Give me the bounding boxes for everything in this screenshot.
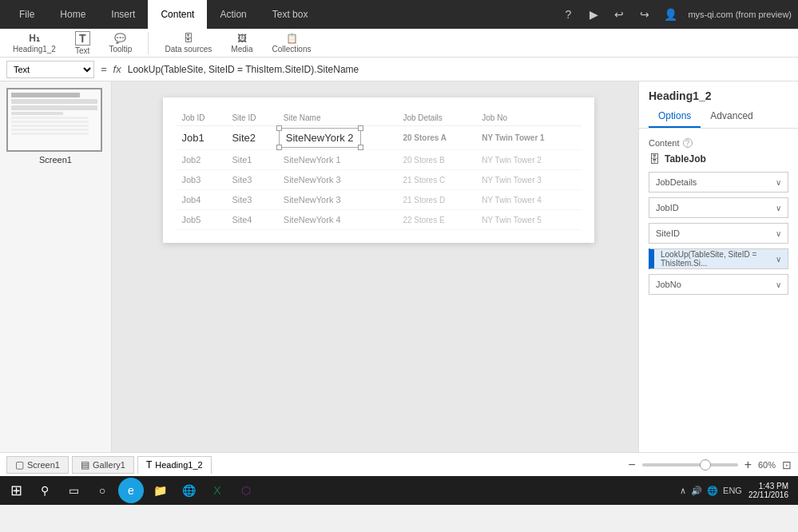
zoom-minus-button[interactable]: − xyxy=(628,459,635,471)
panel-tab-options[interactable]: Options xyxy=(649,105,701,128)
undo-icon[interactable]: ↩ xyxy=(611,6,627,22)
panel-dropdown-siteid[interactable]: SiteID ∨ xyxy=(649,223,788,244)
tab-file[interactable]: File xyxy=(6,0,47,29)
panel-tab-advanced[interactable]: Advanced xyxy=(701,105,762,128)
canvas-area: Screen1 Job ID Site ID Site Name Job Det… xyxy=(0,81,638,452)
formula-type-select[interactable]: Text xyxy=(6,61,94,78)
taskbar-sys-icons: ∧ 🔊 🌐 ENG xyxy=(680,486,742,496)
ribbon-collections[interactable]: 📋 Collections xyxy=(266,31,318,55)
tab-content[interactable]: Content xyxy=(148,0,207,29)
start-button[interactable]: ⊞ xyxy=(3,478,29,503)
cell-jobno: NY Twin Tower 3 xyxy=(475,170,581,190)
cell-jobdetails: 20 Stores B xyxy=(396,150,475,170)
fx-symbol: fx xyxy=(113,63,121,75)
taskbar-powerapps-icon[interactable]: ⬡ xyxy=(233,478,259,503)
tab-insert[interactable]: Insert xyxy=(98,0,148,29)
table-row[interactable]: Job1 Site2 SiteNewYork 2 xyxy=(176,126,582,150)
taskbar-excel-icon[interactable]: X xyxy=(204,478,230,503)
content-label: Content xyxy=(649,138,680,148)
panel-title: Heading1_2 xyxy=(639,81,798,105)
table-row[interactable]: Job4 Site3 SiteNewYork 3 21 Stores D NY … xyxy=(176,190,582,210)
taskbar-chrome-icon[interactable]: 🌐 xyxy=(176,478,201,503)
table-row[interactable]: Job2 Site1 SiteNewYork 1 20 Stores B NY … xyxy=(176,150,582,170)
volume-icon[interactable]: 🔊 xyxy=(691,486,702,496)
cell-jobid: Job5 xyxy=(176,210,226,230)
cell-jobno: NY Twin Tower 2 xyxy=(475,150,581,170)
panel-dropdown-jobdetails[interactable]: JobDetails ∨ xyxy=(649,172,788,193)
taskbar: ⊞ ⚲ ▭ ○ e 📁 🌐 X ⬡ ∧ 🔊 🌐 ENG 1:43 PM 22/1… xyxy=(0,476,798,505)
taskbar-task-icon[interactable]: ▭ xyxy=(61,478,86,503)
cell-siteid: Site3 xyxy=(225,170,276,190)
cell-sitename: SiteNewYork 1 xyxy=(277,150,397,170)
title-bar: File Home Insert Content Action Text box… xyxy=(0,0,798,29)
heading-tab-icon: T xyxy=(146,459,152,470)
screen-thumbnail[interactable] xyxy=(6,88,102,152)
language-indicator: ENG xyxy=(723,486,742,495)
user-icon[interactable]: 👤 xyxy=(662,6,678,22)
zoom-percent: 60% xyxy=(758,460,776,470)
taskbar-clock[interactable]: 1:43 PM 22/11/2016 xyxy=(748,482,788,499)
play-icon[interactable]: ▶ xyxy=(586,6,601,22)
cell-sitename: SiteNewYork 3 xyxy=(277,190,397,210)
table-row[interactable]: Job3 Site3 SiteNewYork 3 21 Stores C NY … xyxy=(176,170,582,190)
cell-jobno: NY Twin Tower 1 xyxy=(475,126,581,150)
bottom-tabs-bar: ▢ Screen1 ▤ Gallery1 T Heading1_2 − + 60… xyxy=(0,452,798,476)
panel-dropdown-jobno[interactable]: JobNo ∨ xyxy=(649,274,788,295)
ribbon-datasources[interactable]: 🗄 Data sources xyxy=(158,31,218,55)
cell-siteid: Site4 xyxy=(225,210,276,230)
col-header-jobid: Job ID xyxy=(176,110,226,126)
expand-icon[interactable]: ⊡ xyxy=(782,459,792,471)
main-area: Screen1 Job ID Site ID Site Name Job Det… xyxy=(0,81,798,452)
table-canvas: Job ID Site ID Site Name Job Details Job… xyxy=(147,81,610,452)
taskbar-file-icon[interactable]: 📁 xyxy=(147,478,173,503)
taskbar-search-icon[interactable]: ⚲ xyxy=(32,478,58,503)
ribbon-media[interactable]: 🖼 Media xyxy=(224,31,259,55)
panel-table-name: TableJob xyxy=(665,153,706,165)
panel-dropdown-lookup[interactable]: LookUp(TableSite, SiteID = ThisItem.Si..… xyxy=(649,248,788,269)
col-header-sitename: Site Name xyxy=(277,110,397,126)
tab-home[interactable]: Home xyxy=(47,0,98,29)
zoom-slider[interactable] xyxy=(642,463,738,466)
data-table-container: Job ID Site ID Site Name Job Details Job… xyxy=(163,97,594,243)
equals-symbol: = xyxy=(101,63,107,75)
ribbon: H₁ Heading1_2 T Text 💬 Tooltip 🗄 Data so… xyxy=(0,29,798,58)
formula-bar: Text = fx xyxy=(0,58,798,81)
chevron-icon: ∨ xyxy=(776,255,781,264)
bottom-tab-heading12[interactable]: T Heading1_2 xyxy=(137,456,212,474)
formula-input[interactable] xyxy=(128,64,792,75)
taskbar-edge-icon[interactable]: e xyxy=(118,478,144,503)
ribbon-heading[interactable]: H₁ Heading1_2 xyxy=(6,31,62,55)
clock-time: 1:43 PM xyxy=(759,482,788,490)
clock-date: 22/11/2016 xyxy=(748,490,788,499)
bottom-tab-gallery1[interactable]: ▤ Gallery1 xyxy=(72,456,134,474)
screen-tab-icon: ▢ xyxy=(15,459,24,470)
screen-panel: Screen1 xyxy=(0,81,112,452)
taskbar-cortana-icon[interactable]: ○ xyxy=(89,478,115,503)
panel-tabs: Options Advanced xyxy=(639,105,798,129)
cell-siteid: Site3 xyxy=(225,190,276,210)
cell-jobid: Job2 xyxy=(176,150,226,170)
tab-action[interactable]: Action xyxy=(207,0,259,29)
redo-icon[interactable]: ↪ xyxy=(637,6,653,22)
taskbar-right: ∧ 🔊 🌐 ENG 1:43 PM 22/11/2016 xyxy=(680,482,795,499)
chevron-icon: ∨ xyxy=(776,280,781,289)
col-header-jobno: Job No xyxy=(475,110,581,126)
content-help-icon: ? xyxy=(683,138,693,148)
zoom-thumb xyxy=(700,459,711,470)
cell-jobid: Job4 xyxy=(176,190,226,210)
cell-jobdetails: 22 Stores E xyxy=(396,210,475,230)
notification-icon[interactable]: ∧ xyxy=(680,486,686,496)
zoom-plus-button[interactable]: + xyxy=(744,459,752,471)
network-icon[interactable]: 🌐 xyxy=(707,486,718,496)
help-icon[interactable]: ? xyxy=(560,6,576,22)
tab-textbox[interactable]: Text box xyxy=(260,0,321,29)
bottom-tab-screen1[interactable]: ▢ Screen1 xyxy=(6,456,69,474)
ribbon-tooltip[interactable]: 💬 Tooltip xyxy=(103,31,139,55)
ribbon-text[interactable]: T Text xyxy=(69,30,97,57)
cell-jobdetails: 21 Stores D xyxy=(396,190,475,210)
table-row[interactable]: Job5 Site4 SiteNewYork 4 22 Stores E NY … xyxy=(176,210,582,230)
gallery-tab-icon: ▤ xyxy=(81,459,89,470)
cell-jobdetails: 20 Stores A xyxy=(396,126,475,150)
panel-dropdown-jobid[interactable]: JobID ∨ xyxy=(649,197,788,218)
chevron-icon: ∨ xyxy=(776,229,781,238)
